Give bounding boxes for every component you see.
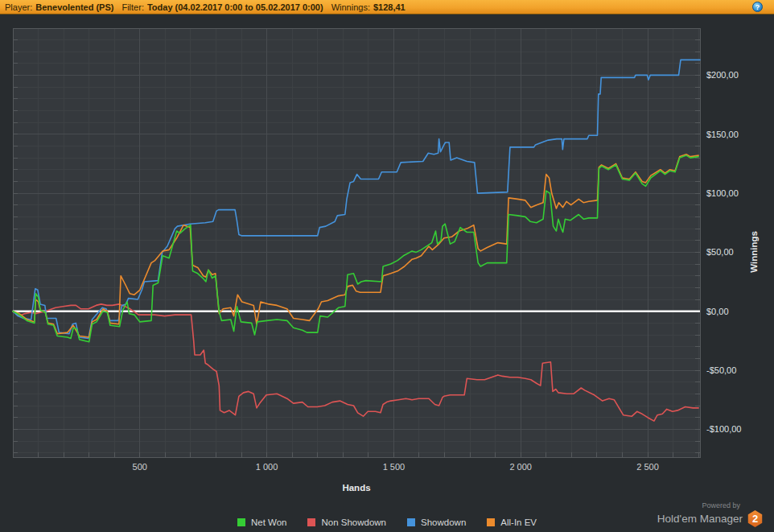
x-tick-label: 2 000	[509, 462, 532, 472]
winnings-label: Winnings:	[331, 2, 370, 12]
legend-label: Showdown	[421, 518, 466, 527]
player-label: Player:	[5, 2, 32, 12]
legend-item-showdown: Showdown	[407, 518, 466, 527]
player-value: Benevolented (PS)	[35, 2, 113, 12]
x-tick-label: 1 500	[383, 462, 406, 472]
hm2-graph-window: Player:Benevolented (PS)Filter:Today (04…	[0, 0, 774, 532]
powered-by-block: Powered by Hold'em Manager 2	[657, 501, 763, 527]
legend-label: Non Showdown	[321, 518, 386, 527]
status-bar: Player:Benevolented (PS)Filter:Today (04…	[0, 0, 774, 14]
legend-label: Net Won	[251, 518, 287, 527]
hm2-badge-icon: 2	[747, 510, 763, 527]
legend-swatch-icon	[487, 518, 495, 526]
legend-swatch-icon	[307, 518, 315, 526]
brand-name: Hold'em Manager	[657, 513, 743, 525]
legend-swatch-icon	[407, 518, 415, 526]
x-axis-title: Hands	[342, 483, 370, 493]
x-tick-label: 2 500	[636, 462, 659, 472]
legend-swatch-icon	[237, 518, 245, 526]
y-tick-label: -$50,00	[706, 365, 736, 375]
help-icon[interactable]: ?	[752, 2, 763, 12]
winnings-chart: 5001 0001 5002 0002 500$200,00$150,00$10…	[0, 0, 774, 532]
winnings-value: $128,41	[373, 2, 406, 12]
filter-value: Today (04.02.2017 0:00 to 05.02.2017 0:0…	[147, 2, 323, 12]
filter-label: Filter:	[121, 2, 144, 12]
powered-by-text: Powered by	[657, 501, 740, 509]
y-tick-label: $50,00	[706, 247, 734, 257]
legend-item-non-showdown: Non Showdown	[307, 518, 386, 527]
y-axis-title: Winnings	[749, 231, 759, 273]
y-tick-label: -$100,00	[706, 424, 741, 434]
y-tick-label: $200,00	[706, 70, 739, 80]
y-tick-label: $100,00	[706, 188, 739, 198]
y-tick-label: $150,00	[706, 130, 739, 139]
legend-item-all-in-ev: All-In EV	[487, 518, 537, 527]
legend-item-net-won: Net Won	[237, 518, 287, 527]
y-tick-label: $0,00	[706, 307, 729, 316]
x-tick-label: 1 000	[256, 462, 278, 472]
x-tick-label: 500	[133, 462, 147, 472]
legend-label: All-In EV	[500, 518, 537, 527]
